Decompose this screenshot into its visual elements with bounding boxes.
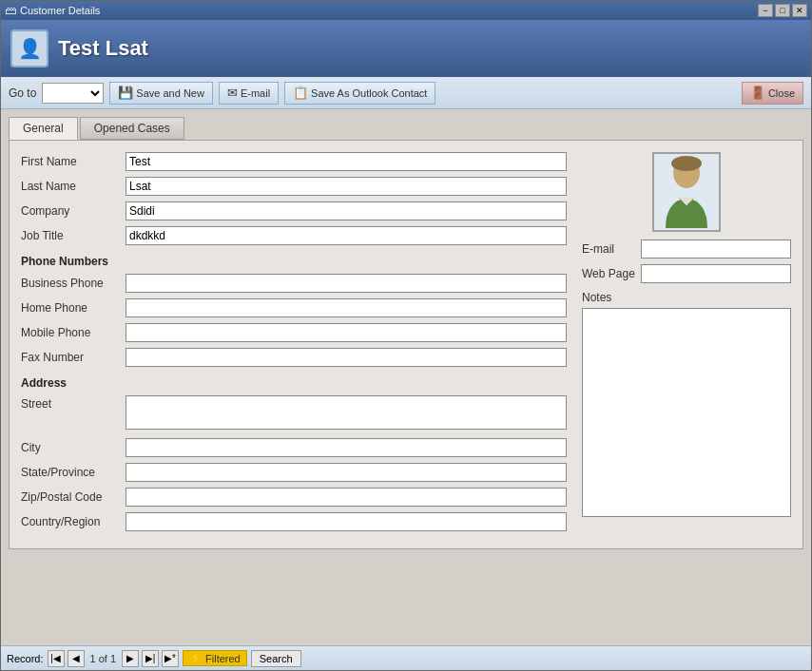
tab-opened-cases[interactable]: Opened Cases	[80, 117, 184, 140]
save-icon: 💾	[118, 86, 133, 100]
last-record-button[interactable]: ▶|	[142, 650, 159, 667]
record-nav: |◀ ◀ 1 of 1 ▶ ▶| ▶*	[48, 650, 180, 667]
title-bar-icon: 🗃	[5, 4, 16, 17]
close-icon: 🚪	[750, 86, 765, 100]
mobile-phone-input[interactable]	[126, 323, 567, 342]
last-name-row: Last Name	[21, 177, 567, 196]
title-bar-controls: − □ ✕	[758, 4, 807, 17]
toolbar: Go to 💾 Save and New ✉ E-mail 📋 Save As …	[1, 77, 811, 109]
home-phone-label: Home Phone	[21, 301, 126, 315]
city-label: City	[21, 441, 126, 454]
header-section: 👤 Test Lsat	[1, 20, 811, 77]
first-name-row: First Name	[21, 152, 567, 171]
phone-section-header: Phone Numbers	[21, 255, 567, 268]
goto-label: Go to	[9, 86, 36, 100]
country-input[interactable]	[126, 512, 567, 531]
notes-label: Notes	[582, 291, 791, 304]
country-row: Country/Region	[21, 512, 567, 531]
email-button[interactable]: ✉ E-mail	[219, 82, 279, 105]
app-icon: 👤	[10, 29, 48, 67]
last-name-label: Last Name	[21, 180, 126, 193]
app-icon-image: 👤	[18, 37, 42, 60]
record-label: Record:	[7, 653, 44, 664]
company-row: Company	[21, 201, 567, 220]
filtered-badge: ⚡ Filtered	[183, 650, 247, 666]
filtered-icon: ⚡	[189, 652, 203, 664]
mobile-phone-row: Mobile Phone	[21, 323, 567, 342]
zip-input[interactable]	[126, 488, 567, 507]
email-btn-label: E-mail	[241, 87, 270, 99]
company-input[interactable]	[126, 201, 567, 220]
filtered-text: Filtered	[205, 653, 241, 664]
home-phone-input[interactable]	[126, 298, 567, 317]
first-record-button[interactable]: |◀	[48, 650, 65, 667]
window-close-button[interactable]: ✕	[792, 4, 807, 17]
new-record-button[interactable]: ▶*	[162, 650, 179, 667]
email-input[interactable]	[641, 240, 791, 259]
state-row: State/Province	[21, 463, 567, 482]
svg-point-1	[671, 156, 702, 171]
save-outlook-button[interactable]: 📋 Save As Outlook Contact	[284, 82, 435, 105]
state-input[interactable]	[126, 463, 567, 482]
notes-textarea[interactable]	[582, 308, 791, 517]
close-button[interactable]: 🚪 Close	[742, 82, 803, 105]
fax-number-row: Fax Number	[21, 348, 567, 367]
webpage-row: Web Page	[582, 264, 791, 283]
city-row: City	[21, 438, 567, 457]
outlook-icon: 📋	[293, 86, 308, 100]
search-button[interactable]: Search	[251, 650, 301, 667]
business-phone-input[interactable]	[126, 274, 567, 293]
first-name-label: First Name	[21, 155, 126, 168]
first-name-input[interactable]	[126, 152, 567, 171]
webpage-label: Web Page	[582, 267, 641, 280]
business-phone-row: Business Phone	[21, 274, 567, 293]
close-btn-label: Close	[768, 87, 795, 99]
title-bar: 🗃 Customer Details − □ ✕	[1, 1, 811, 20]
avatar-image	[658, 156, 715, 228]
form-grid: First Name Last Name Company Job Title	[21, 152, 791, 537]
street-row: Street	[21, 395, 567, 432]
zip-label: Zip/Postal Code	[21, 490, 126, 504]
email-label: E-mail	[582, 242, 641, 256]
street-label: Street	[21, 395, 126, 411]
notes-section: Notes	[582, 291, 791, 520]
tabs: General Opened Cases	[9, 117, 803, 140]
fax-number-label: Fax Number	[21, 351, 126, 364]
job-title-row: Job Title	[21, 226, 567, 245]
avatar	[654, 154, 719, 230]
fax-number-input[interactable]	[126, 348, 567, 367]
form-right: E-mail Web Page Notes	[582, 152, 791, 537]
last-name-input[interactable]	[126, 177, 567, 196]
main-window: 🗃 Customer Details − □ ✕ 👤 Test Lsat Go …	[0, 0, 812, 671]
header-title: Test Lsat	[58, 36, 148, 61]
main-content: General Opened Cases First Name Last Nam…	[1, 109, 811, 645]
tab-content-general: First Name Last Name Company Job Title	[9, 140, 803, 549]
title-bar-left: 🗃 Customer Details	[5, 4, 100, 17]
save-and-new-label: Save and New	[136, 87, 204, 99]
tab-general[interactable]: General	[9, 117, 78, 140]
company-label: Company	[21, 204, 126, 218]
title-bar-text: Customer Details	[20, 5, 100, 16]
street-input[interactable]	[126, 395, 567, 430]
email-icon: ✉	[227, 86, 238, 100]
mobile-phone-label: Mobile Phone	[21, 326, 126, 339]
country-label: Country/Region	[21, 515, 126, 528]
webpage-input[interactable]	[641, 264, 791, 283]
minimize-button[interactable]: −	[758, 4, 773, 17]
record-info: 1 of 1	[90, 653, 117, 664]
right-fields: E-mail Web Page	[582, 240, 791, 283]
goto-select[interactable]	[42, 83, 104, 104]
avatar-container	[652, 152, 721, 232]
address-section-header: Address	[21, 376, 567, 390]
status-bar: Record: |◀ ◀ 1 of 1 ▶ ▶| ▶* ⚡ Filtered S…	[1, 645, 811, 670]
city-input[interactable]	[126, 438, 567, 457]
next-record-button[interactable]: ▶	[122, 650, 139, 667]
job-title-input[interactable]	[126, 226, 567, 245]
save-and-new-button[interactable]: 💾 Save and New	[109, 82, 213, 105]
prev-record-button[interactable]: ◀	[68, 650, 85, 667]
home-phone-row: Home Phone	[21, 298, 567, 317]
business-phone-label: Business Phone	[21, 277, 126, 290]
job-title-label: Job Title	[21, 229, 126, 242]
maximize-button[interactable]: □	[775, 4, 790, 17]
email-row: E-mail	[582, 240, 791, 259]
